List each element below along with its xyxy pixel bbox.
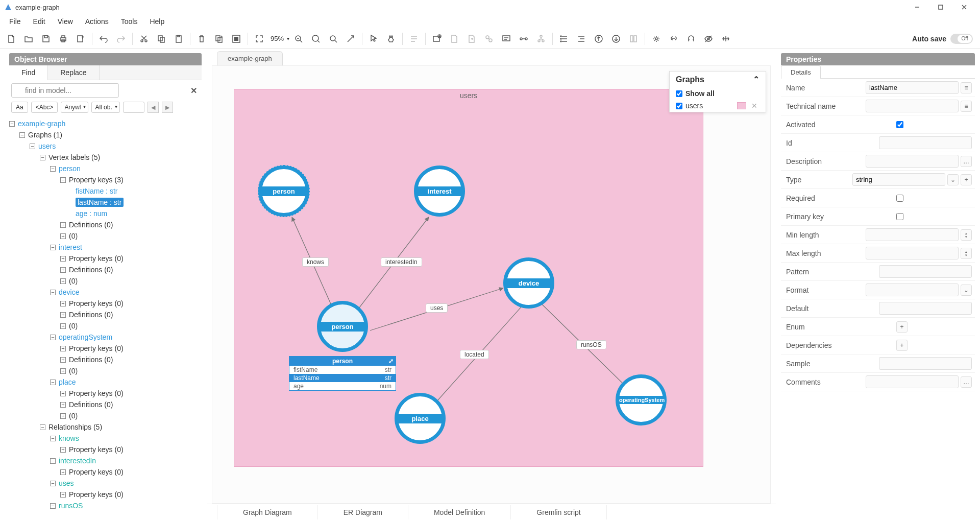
fullscreen-button[interactable] xyxy=(342,31,359,47)
prop-checkbox-activated[interactable] xyxy=(896,121,903,128)
zoom-dropdown-icon[interactable]: ▾ xyxy=(287,36,289,41)
tree-props-os[interactable]: +Property keys (0) xyxy=(9,343,202,354)
case-filter[interactable]: Aa xyxy=(11,102,28,113)
tab-graph-diagram[interactable]: Graph Diagram xyxy=(217,505,318,519)
list-icon[interactable]: ≡ xyxy=(961,101,972,112)
tree-graph-users[interactable]: −users xyxy=(9,140,202,152)
open-button[interactable] xyxy=(20,31,37,47)
menu-tools[interactable]: Tools xyxy=(115,15,144,28)
duplicate-button[interactable] xyxy=(211,31,227,47)
more-icon[interactable]: … xyxy=(961,376,972,388)
list-button[interactable] xyxy=(556,31,572,47)
pointer-button[interactable] xyxy=(365,31,382,47)
vertex-operatingsystem[interactable]: operatingSystem xyxy=(616,374,667,426)
zoom-out-button[interactable] xyxy=(290,31,307,47)
tree-rel-uses[interactable]: −uses xyxy=(9,478,202,489)
tree-rel-knows-props[interactable]: +Property keys (0) xyxy=(9,444,202,455)
paste-button[interactable] xyxy=(170,31,187,47)
tree-rel-knows[interactable]: −knows xyxy=(9,433,202,444)
graphs-legend-showall[interactable]: Show all xyxy=(670,87,766,100)
vertex-device[interactable]: device xyxy=(503,257,554,309)
stepper-icon[interactable]: ▴▾ xyxy=(961,248,972,259)
menu-edit[interactable]: Edit xyxy=(27,15,52,28)
prop-select-type[interactable] xyxy=(852,173,945,186)
tree-prop-lastname[interactable]: lastName : str xyxy=(9,197,202,208)
edge-label-uses[interactable]: uses xyxy=(426,303,448,313)
prop-input-name[interactable] xyxy=(866,81,959,94)
zoom-level[interactable]: 95% xyxy=(268,35,286,42)
tree-vertex-place[interactable]: −place xyxy=(9,376,202,388)
add-relationship-button[interactable] xyxy=(516,31,532,47)
move-up-button[interactable] xyxy=(591,31,607,47)
tree-props-person[interactable]: −Property keys (3) xyxy=(9,174,202,185)
tab-model-definition[interactable]: Model Definition xyxy=(408,505,511,519)
fit-button[interactable] xyxy=(251,31,267,47)
canvas[interactable]: users knows interestedIn uses located ru… xyxy=(212,65,771,504)
edge-label-knows[interactable]: knows xyxy=(302,257,329,267)
menu-help[interactable]: Help xyxy=(143,15,170,28)
tab-find[interactable]: Find xyxy=(9,65,48,80)
tree-props-interest[interactable]: +Property keys (0) xyxy=(9,253,202,264)
tree-prop-firstname[interactable]: fistName : str xyxy=(9,185,202,197)
list-icon[interactable]: ≡ xyxy=(961,82,972,93)
filter-input[interactable] xyxy=(123,102,144,113)
width-button[interactable] xyxy=(718,31,734,47)
tree-vertex-person[interactable]: −person xyxy=(9,163,202,174)
add-note-button[interactable] xyxy=(498,31,514,47)
vertex-person-main[interactable]: person xyxy=(317,301,368,352)
tree-defs-os[interactable]: +Definitions (0) xyxy=(9,354,202,365)
tab-er-diagram[interactable]: ER Diagram xyxy=(318,505,408,519)
add-document-button[interactable] xyxy=(446,31,462,47)
tree-defs-person[interactable]: +Definitions (0) xyxy=(9,219,202,230)
indent-button[interactable] xyxy=(573,31,590,47)
prop-input-minlength[interactable] xyxy=(866,228,959,241)
users-checkbox[interactable] xyxy=(676,103,682,109)
chevron-down-icon[interactable]: ⌄ xyxy=(947,174,959,185)
graphs-legend[interactable]: Graphs⌃ Show all users✕ xyxy=(669,71,766,112)
tree-defs-device[interactable]: +Definitions (0) xyxy=(9,309,202,320)
prop-input-sample[interactable] xyxy=(879,357,972,370)
move-down-button[interactable] xyxy=(608,31,624,47)
save-button[interactable] xyxy=(38,31,54,47)
edge-label-interestedin[interactable]: interestedIn xyxy=(381,257,422,267)
pan-button[interactable] xyxy=(383,31,399,47)
tree-props-device[interactable]: +Property keys (0) xyxy=(9,298,202,309)
word-filter[interactable]: <Abc> xyxy=(31,102,58,113)
align-button[interactable] xyxy=(406,31,422,47)
next-match-button[interactable]: ▶ xyxy=(162,102,173,113)
tree-rel-interestedin[interactable]: −interestedIn xyxy=(9,455,202,466)
tab-gremlin-script[interactable]: Gremlin script xyxy=(511,505,606,519)
maximize-button[interactable] xyxy=(929,0,952,14)
prop-checkbox-primarykey[interactable] xyxy=(896,213,903,220)
tree-vertex-labels[interactable]: −Vertex labels (5) xyxy=(9,152,202,163)
close-button[interactable] xyxy=(952,0,976,14)
chevron-down-icon[interactable]: ⌄ xyxy=(961,285,972,296)
tree-zero-interest[interactable]: +(0) xyxy=(9,275,202,287)
graphs-legend-header[interactable]: Graphs⌃ xyxy=(670,72,766,87)
popup-row-firstname[interactable]: fistNamestr xyxy=(289,366,396,374)
tree-zero-os[interactable]: +(0) xyxy=(9,365,202,376)
prop-input-technical[interactable] xyxy=(866,100,959,112)
minimize-button[interactable] xyxy=(905,0,929,14)
graphs-legend-item-users[interactable]: users✕ xyxy=(670,100,766,112)
zoom-reset-button[interactable] xyxy=(308,31,324,47)
snap-button[interactable] xyxy=(683,31,699,47)
layout-button[interactable] xyxy=(648,31,665,47)
tree-relationships[interactable]: −Relationships (5) xyxy=(9,421,202,433)
panel-toggle-button[interactable] xyxy=(625,31,642,47)
prop-input-id[interactable] xyxy=(879,136,972,149)
menu-actions[interactable]: Actions xyxy=(79,15,115,28)
add-icon[interactable]: + xyxy=(961,174,972,185)
prop-select-format[interactable] xyxy=(866,283,959,296)
edge-label-located[interactable]: located xyxy=(460,350,489,359)
tab-details[interactable]: Details xyxy=(781,65,821,79)
menu-file[interactable]: File xyxy=(3,15,27,28)
tree-zero-device[interactable]: +(0) xyxy=(9,320,202,332)
type-filter[interactable]: All ob. xyxy=(91,102,119,113)
tree-rel-runsos[interactable]: −runsOS xyxy=(9,500,202,511)
tree-vertex-device[interactable]: −device xyxy=(9,287,202,298)
popup-row-lastname[interactable]: lastNamestr xyxy=(289,374,396,382)
add-child-button[interactable] xyxy=(463,31,480,47)
delete-button[interactable] xyxy=(193,31,210,47)
document-tab[interactable]: example-graph xyxy=(217,51,283,65)
